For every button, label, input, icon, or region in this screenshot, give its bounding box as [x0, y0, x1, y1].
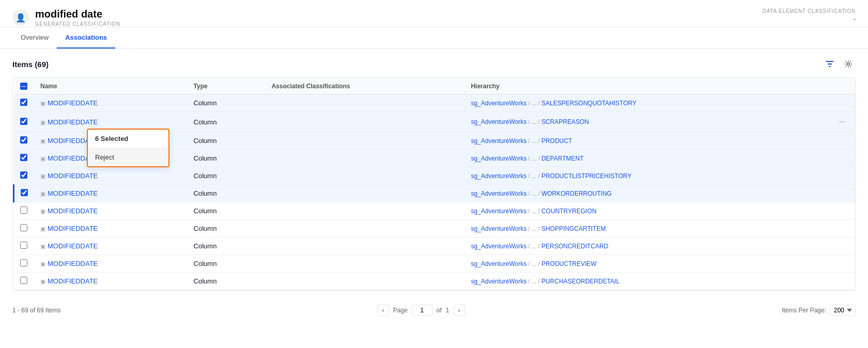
column-icon: ▣	[40, 119, 45, 125]
row-assoc-cell	[265, 220, 464, 238]
main-content: Items (69) 6 Selected Reject	[0, 49, 868, 299]
title-block: modified date GENERATED CLASSIFICATION	[35, 8, 120, 27]
hierarchy-path: sg_AdventureWorks/.../WORKORDERROUTING	[471, 190, 612, 197]
row-type-cell: Column	[188, 167, 266, 185]
row-name-cell: ▣MODIFIEDDATE	[34, 202, 188, 220]
column-icon: ▣	[40, 208, 45, 214]
items-per-page-section: Items Per Page: 50 100 200 500	[782, 305, 856, 316]
row-hierarchy-cell: sg_AdventureWorks/.../COUNTRYREGION	[464, 202, 855, 220]
hierarchy-path: sg_AdventureWorks/.../SCRAPREASON	[471, 118, 589, 125]
row-checkbox-cell	[14, 185, 35, 202]
classification-panel: DATA ELEMENT CLASSIFICATION -	[763, 8, 856, 23]
filter-button[interactable]	[823, 57, 837, 71]
row-checkbox[interactable]	[21, 189, 28, 196]
row-checkbox[interactable]	[20, 207, 27, 214]
row-name[interactable]: MODIFIEDDATE	[48, 242, 98, 250]
row-checkbox[interactable]	[20, 118, 27, 125]
prev-page-button[interactable]: ‹	[377, 304, 389, 316]
row-name[interactable]: MODIFIEDDATE	[48, 99, 98, 107]
row-assoc-cell	[265, 273, 464, 290]
items-count-text: 1 - 69 of 69 Items	[12, 307, 60, 314]
row-checkbox[interactable]	[20, 224, 27, 231]
row-checkbox[interactable]	[20, 99, 27, 106]
row-checkbox-cell	[14, 220, 35, 238]
selected-actions-dropdown: 6 Selected Reject	[87, 129, 169, 167]
row-type-cell: Column	[188, 273, 266, 290]
row-menu-button[interactable]: ···	[836, 116, 849, 128]
row-checkbox[interactable]	[20, 171, 27, 179]
row-checkbox-cell	[14, 202, 35, 220]
page-label: Page	[393, 307, 408, 314]
header-hierarchy: Hierarchy	[464, 78, 855, 94]
header-name: Name	[34, 78, 188, 94]
row-checkbox[interactable]	[20, 242, 27, 249]
row-assoc-cell	[265, 132, 464, 150]
row-hierarchy-cell: sg_AdventureWorks/.../WORKORDERROUTING	[464, 185, 855, 202]
column-icon: ▣	[40, 226, 45, 232]
table-wrapper[interactable]: Name Type Associated Classifications Hie…	[13, 78, 855, 290]
row-checkbox-cell	[14, 167, 35, 185]
row-assoc-cell	[265, 238, 464, 255]
row-name[interactable]: MODIFIEDDATE	[48, 207, 98, 215]
row-name[interactable]: MODIFIEDDATE	[48, 189, 98, 197]
dropdown-selected-count: 6 Selected	[88, 130, 168, 148]
row-name[interactable]: MODIFIEDDATE	[48, 225, 98, 232]
next-page-button[interactable]: ›	[454, 304, 465, 316]
settings-button[interactable]	[841, 57, 856, 71]
row-assoc-cell	[265, 185, 464, 202]
column-icon: ▣	[40, 100, 45, 106]
column-icon: ▣	[40, 191, 45, 197]
row-checkbox-cell	[14, 150, 35, 167]
row-checkbox[interactable]	[20, 277, 27, 284]
page-header: 👤 modified date GENERATED CLASSIFICATION…	[0, 0, 868, 27]
hierarchy-path: sg_AdventureWorks/.../SHOPPINGCARTITEM	[471, 225, 606, 232]
items-per-page-select[interactable]: 50 100 200 500	[829, 305, 856, 316]
hierarchy-path: sg_AdventureWorks/.../PRODUCTLISTPRICEHI…	[471, 172, 631, 180]
tab-associations[interactable]: Associations	[57, 27, 115, 49]
row-hierarchy-cell: sg_AdventureWorks/.../PURCHASEORDERDETAI…	[464, 273, 855, 290]
table-row: ▣MODIFIEDDATE Column sg_AdventureWorks/.…	[14, 273, 856, 290]
row-name[interactable]: MODIFIEDDATE	[48, 172, 98, 180]
row-checkbox[interactable]	[20, 259, 27, 266]
row-checkbox[interactable]	[20, 154, 27, 161]
row-name-cell: ▣MODIFIEDDATE	[34, 273, 188, 290]
row-type-cell: Column	[188, 150, 266, 167]
row-name[interactable]: MODIFIEDDATE	[48, 277, 98, 285]
hierarchy-path: sg_AdventureWorks/.../SALESPERSONQUOTAHI…	[471, 100, 637, 107]
tab-overview[interactable]: Overview	[12, 27, 57, 49]
row-checkbox[interactable]	[20, 136, 27, 144]
row-type-cell: Column	[188, 220, 266, 238]
header-type: Type	[188, 78, 266, 94]
row-checkbox-cell	[14, 132, 35, 150]
header-left: 👤 modified date GENERATED CLASSIFICATION	[12, 8, 120, 27]
row-type-cell: Column	[188, 185, 266, 202]
row-name-cell: ▣MODIFIEDDATE	[34, 167, 188, 185]
entity-icon: 👤	[12, 9, 29, 26]
svg-point-0	[847, 63, 850, 66]
table-row: ▣MODIFIEDDATE Column sg_AdventureWorks/.…	[14, 255, 856, 273]
page-footer: 1 - 69 of 69 Items ‹ Page of 1 › Items P…	[0, 299, 868, 321]
header-checkbox[interactable]	[20, 83, 27, 90]
row-type-cell: Column	[188, 255, 266, 273]
page-number-input[interactable]	[412, 305, 432, 316]
items-title: Items (69)	[12, 60, 49, 69]
table-header: Name Type Associated Classifications Hie…	[14, 78, 856, 94]
column-icon: ▣	[40, 155, 45, 162]
row-assoc-cell	[265, 150, 464, 167]
column-icon: ▣	[40, 278, 45, 284]
header-checkbox-col	[14, 78, 35, 94]
row-assoc-cell	[265, 255, 464, 273]
classification-value: -	[763, 15, 856, 23]
row-checkbox-cell	[14, 255, 35, 273]
row-name-cell: ▣MODIFIEDDATE	[34, 94, 188, 112]
row-name[interactable]: MODIFIEDDATE	[48, 118, 98, 126]
row-checkbox-cell	[14, 238, 35, 255]
hierarchy-path: sg_AdventureWorks/.../COUNTRYREGION	[471, 208, 596, 215]
column-icon: ▣	[40, 173, 45, 179]
dropdown-reject-item[interactable]: Reject	[88, 148, 168, 166]
row-name[interactable]: MODIFIEDDATE	[48, 260, 98, 267]
row-checkbox-cell	[14, 94, 35, 112]
row-checkbox-cell	[14, 273, 35, 290]
page-subtitle: GENERATED CLASSIFICATION	[35, 21, 120, 27]
page-of-label: of	[437, 307, 442, 314]
